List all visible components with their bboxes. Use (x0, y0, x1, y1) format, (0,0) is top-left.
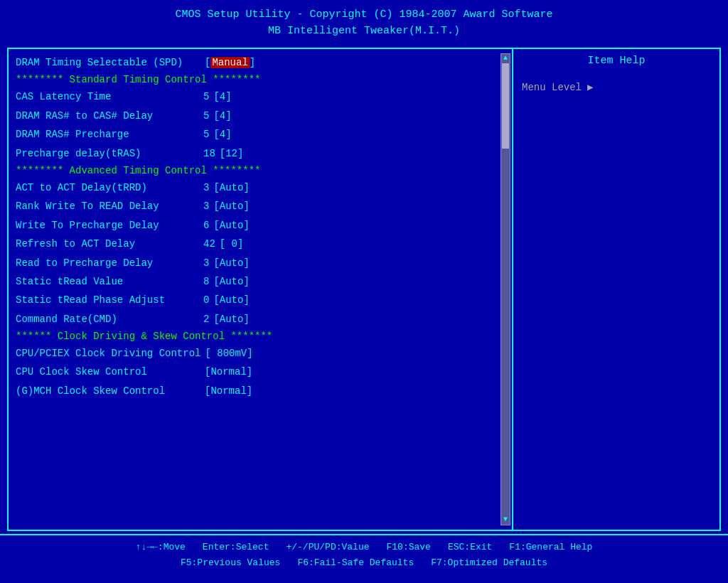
row-label: Write To Precharge Delay (16, 218, 200, 233)
item-help-title: Item Help (522, 55, 711, 67)
header: CMOS Setup Utility - Copyright (C) 1984-… (0, 0, 728, 45)
row-label: DRAM RAS# Precharge (16, 127, 200, 142)
row-label: Refresh to ACT Delay (16, 236, 200, 252)
row-label: Static tRead Value (16, 274, 200, 289)
row-numval: 5 (203, 108, 209, 124)
row-label: DRAM Timing Selectable (SPD) (16, 55, 200, 70)
left-panel: DRAM Timing Selectable (SPD)[Manual]****… (9, 49, 513, 530)
row-numval: 5 (203, 89, 209, 105)
list-item[interactable]: ******** Advanced Timing Control *******… (16, 163, 505, 178)
row-value-bracket: [Normal] (205, 364, 252, 380)
row-label: CAS Latency Time (16, 89, 200, 105)
row-label: Read to Precharge Delay (16, 255, 200, 271)
footer-key: F7:Optimized Defaults (431, 555, 547, 571)
footer-row2: F5:Previous ValuesF6:Fail-Safe DefaultsF… (7, 555, 721, 571)
row-value-bracket: [ 0] (220, 236, 244, 252)
row-numval: 3 (203, 198, 209, 214)
row-label: (G)MCH Clock Skew Control (16, 383, 200, 399)
scrollbar[interactable]: ▲ ▼ (500, 53, 510, 525)
row-label: DRAM RAS# to CAS# Delay (16, 108, 200, 124)
row-numval: 3 (203, 180, 209, 196)
row-numval: 5 (203, 127, 209, 142)
header-line2: MB Intelligent Tweaker(M.I.T.) (0, 23, 728, 40)
row-value-bracket: [4] (213, 108, 231, 124)
row-tag: (SPD) (153, 57, 183, 68)
list-item[interactable]: DRAM RAS# to CAS# Delay5[4] (16, 107, 505, 125)
row-label: CPU Clock Skew Control (16, 364, 200, 380)
list-item[interactable]: ******** Standard Timing Control *******… (16, 72, 505, 87)
list-item[interactable]: Read to Precharge Delay3[Auto] (16, 254, 505, 272)
list-item[interactable]: Rank Write To READ Delay3[Auto] (16, 197, 505, 215)
row-label: Precharge delay(tRAS) (16, 146, 200, 161)
scrollbar-down-arrow[interactable]: ▼ (503, 515, 508, 523)
list-item[interactable]: Precharge delay(tRAS)18[12] (16, 144, 505, 163)
row-numval: 2 (203, 311, 209, 327)
row-value-bracket: [Auto] (213, 255, 249, 271)
list-item[interactable]: CPU Clock Skew Control[Normal] (16, 363, 505, 381)
list-item[interactable]: Static tRead Value8[Auto] (16, 272, 505, 291)
list-item[interactable]: DRAM RAS# Precharge5[4] (16, 125, 505, 144)
row-value-bracket: [Auto] (213, 218, 249, 233)
row-value-bracket: [Auto] (213, 180, 249, 196)
row-numval: 0 (203, 292, 209, 308)
row-value-bracket: [Auto] (213, 274, 249, 289)
scrollbar-up-arrow[interactable]: ▲ (503, 54, 508, 62)
footer: ↑↓→←:MoveEnter:Select+/-/PU/PD:ValueF10:… (0, 534, 728, 575)
footer-key: Enter:Select (203, 540, 269, 555)
menu-level-arrow: ▶ (587, 81, 593, 93)
row-value-bracket: [12] (220, 146, 244, 161)
footer-row1: ↑↓→←:MoveEnter:Select+/-/PU/PD:ValueF10:… (7, 540, 721, 555)
list-item[interactable]: Write To Precharge Delay6[Auto] (16, 216, 505, 235)
row-value-bracket: [Auto] (213, 198, 249, 214)
row-value-bracket: [4] (213, 127, 231, 142)
menu-level-label: Menu Level (522, 82, 582, 93)
footer-key: F6:Fail-Safe Defaults (297, 555, 414, 571)
row-highlighted-value: Manual (210, 57, 249, 68)
list-item[interactable]: CPU/PCIEX Clock Driving Control[ 800mV] (16, 344, 505, 363)
row-value-bracket: [4] (213, 89, 231, 105)
footer-key: +/-/PU/PD:Value (286, 540, 369, 555)
list-item[interactable]: ****** Clock Driving & Skew Control ****… (16, 328, 505, 344)
header-line1: CMOS Setup Utility - Copyright (C) 1984-… (0, 7, 728, 23)
list-item[interactable]: (G)MCH Clock Skew Control[Normal] (16, 382, 505, 400)
row-label: CPU/PCIEX Clock Driving Control (16, 346, 200, 361)
footer-key: ↑↓→←:Move (136, 540, 186, 555)
right-panel: Item Help Menu Level ▶ (513, 49, 719, 530)
row-value-bracket: [Normal] (205, 383, 252, 399)
row-numval: 42 (203, 236, 215, 252)
footer-key: F5:Previous Values (181, 555, 280, 571)
row-numval: 18 (203, 146, 215, 161)
list-item[interactable]: CAS Latency Time5[4] (16, 87, 505, 106)
row-label: Command Rate(CMD) (16, 311, 200, 327)
footer-key: F1:General Help (509, 540, 592, 555)
list-item[interactable]: ACT to ACT Delay(tRRD)3[Auto] (16, 178, 505, 197)
footer-key: F10:Save (387, 540, 431, 555)
row-value-bracket: [Auto] (213, 292, 249, 308)
row-numval: 8 (203, 274, 209, 289)
row-numval: 3 (203, 255, 209, 271)
list-item[interactable]: Refresh to ACT Delay42[ 0] (16, 235, 505, 253)
list-item[interactable]: Command Rate(CMD)2[Auto] (16, 310, 505, 328)
menu-level-row: Menu Level ▶ (522, 78, 711, 96)
footer-key: ESC:Exit (448, 540, 492, 555)
scrollbar-thumb[interactable] (502, 63, 509, 149)
row-value-bracket: [ 800mV] (205, 346, 252, 361)
row-label: Static tRead Phase Adjust (16, 292, 200, 308)
list-item[interactable]: Static tRead Phase Adjust0[Auto] (16, 291, 505, 309)
main-container: DRAM Timing Selectable (SPD)[Manual]****… (7, 48, 721, 531)
row-label: ACT to ACT Delay(tRRD) (16, 180, 200, 196)
row-numval: 6 (203, 218, 209, 233)
row-label: Rank Write To READ Delay (16, 198, 200, 214)
row-bracket: [Manual] (205, 55, 255, 70)
row-value-bracket: [Auto] (213, 311, 249, 327)
list-item[interactable]: DRAM Timing Selectable (SPD)[Manual] (16, 53, 505, 72)
